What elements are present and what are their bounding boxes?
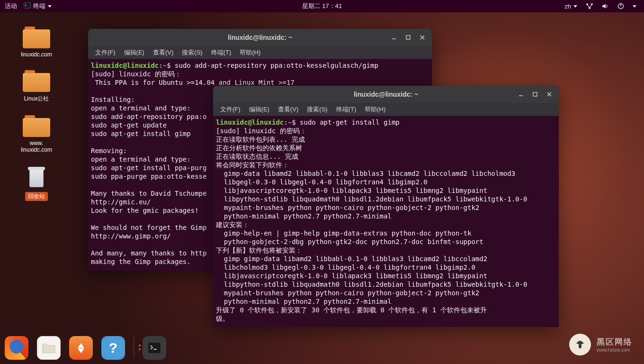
gnome-top-bar: 活动 终端 星期二 17：41 zh [0,0,644,12]
menu-help[interactable]: 帮助(H) [235,46,265,59]
dock-help[interactable]: ? [101,336,125,360]
svg-rect-10 [533,92,537,96]
menu-view[interactable]: 查看(V) [149,46,178,59]
close-button[interactable] [543,88,556,101]
volume-icon[interactable] [602,3,609,9]
chevron-down-icon [573,5,577,8]
chevron-down-icon [48,5,52,8]
desktop-folder-linuxidc[interactable]: linuxidc.com [10,27,63,58]
svg-rect-8 [406,36,410,39]
menu-search[interactable]: 搜索(S) [303,103,331,116]
app-menu[interactable]: 终端 [24,2,52,10]
desktop-folder-linux-community[interactable]: Linux公社 [10,70,63,103]
desktop-folder-www[interactable]: www. linuxidc.com [10,115,63,153]
system-menu-chevron-icon[interactable] [633,5,636,8]
svg-rect-1 [24,3,30,8]
terminal-menubar: 文件(F) 编辑(E) 查看(V) 搜索(S) 终端(T) 帮助(H) [88,46,432,59]
menu-help[interactable]: 帮助(H) [360,103,390,116]
svg-rect-13 [579,344,581,348]
terminal-icon [24,2,31,10]
input-method-indicator[interactable]: zh [564,3,577,10]
maximize-button[interactable] [528,88,542,101]
menu-edit[interactable]: 编辑(E) [120,46,149,59]
dock-separator [134,337,134,358]
dock-software[interactable] [69,336,93,360]
dock: ? [5,335,166,361]
window-title: linuxidc@linuxidc: ~ [228,34,292,41]
menu-edit[interactable]: 编辑(E) [245,103,274,116]
watermark: 黑区网络 www.heizw.com [569,334,633,355]
window-titlebar[interactable]: linuxidc@linuxidc: ~ [213,86,559,103]
terminal-content[interactable]: linuxidc@linuxidc:~$ sudo apt-get instal… [213,116,559,327]
clock[interactable]: 星期二 17：41 [302,2,342,10]
menu-terminal[interactable]: 终端(T) [332,103,361,116]
maximize-button[interactable] [402,31,415,44]
window-title: linuxidc@linuxidc: ~ [354,91,418,98]
menu-file[interactable]: 文件(F) [216,103,245,116]
mushroom-icon [569,334,591,355]
menu-file[interactable]: 文件(F) [91,46,120,59]
network-icon[interactable] [586,3,593,9]
minimize-button[interactable] [387,31,401,44]
activities-button[interactable]: 活动 [5,2,17,10]
dock-firefox[interactable] [5,336,28,360]
menu-terminal[interactable]: 终端(T) [207,46,236,59]
minimize-button[interactable] [514,88,528,101]
dock-terminal[interactable] [143,336,166,360]
desktop-trash[interactable]: 回收站 [10,165,63,201]
close-button[interactable] [416,31,429,44]
menu-search[interactable]: 搜索(S) [178,46,206,59]
power-icon[interactable] [617,3,624,9]
dock-files[interactable] [37,336,61,360]
window-titlebar[interactable]: linuxidc@linuxidc: ~ [88,29,432,46]
menu-view[interactable]: 查看(V) [274,103,303,116]
terminal-window-2[interactable]: linuxidc@linuxidc: ~ 文件(F) 编辑(E) 查看(V) 搜… [213,86,559,327]
svg-rect-11 [148,343,161,353]
terminal-menubar: 文件(F) 编辑(E) 查看(V) 搜索(S) 终端(T) 帮助(H) [213,103,559,116]
